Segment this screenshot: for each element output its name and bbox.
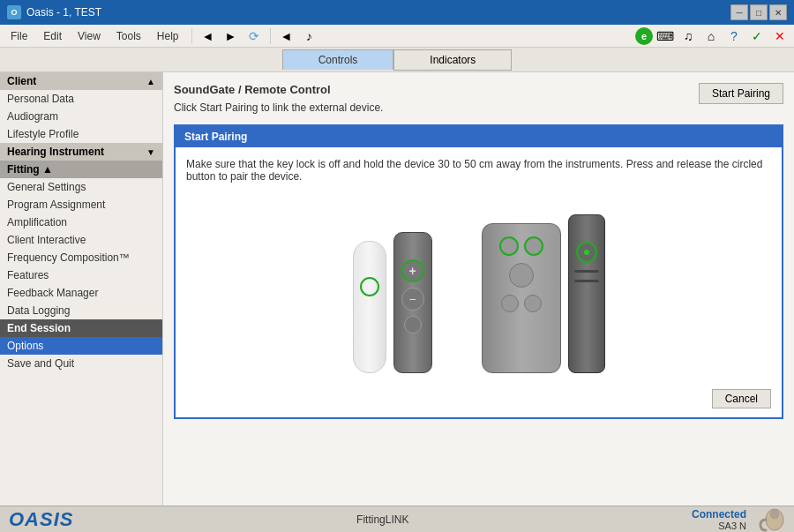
device-label: SA3 N (692, 521, 746, 531)
sidebar-item-amplification[interactable]: Amplification (0, 214, 162, 231)
app-icon: O (7, 5, 21, 19)
hearing-arrow-icon: ▼ (146, 147, 155, 157)
fitting-section-header: Fitting ▲ (0, 161, 162, 178)
page-subtitle: Click Start Pairing to link the external… (174, 101, 783, 114)
dialog-footer: Cancel (176, 384, 782, 417)
white-remote-body (353, 241, 386, 373)
toolbar-separator2 (270, 28, 271, 44)
minimize-button[interactable]: ─ (730, 4, 748, 20)
sidebar-item-client-interactive[interactable]: Client Interactive (0, 231, 162, 249)
nav-back-button[interactable]: ◄ (198, 26, 219, 46)
toolbar-separator (191, 28, 192, 44)
help-button[interactable]: ? (723, 26, 745, 46)
back-button2[interactable]: ◄ (276, 26, 297, 46)
hearing-aid-icon (753, 507, 785, 532)
large-right-line2 (574, 280, 599, 282)
start-pairing-button[interactable]: Start Pairing (699, 83, 783, 104)
sidebar-item-options[interactable]: Options (0, 337, 162, 355)
sidebar-item-program-assignment[interactable]: Program Assignment (0, 196, 162, 214)
white-remote-circle-button (360, 277, 379, 296)
maximize-button[interactable]: □ (750, 4, 768, 20)
oasis-logo: OASIS (9, 508, 73, 531)
window-title: Oasis - 1, TEST (26, 6, 101, 19)
sidebar: Client ▲ Personal Data Audiogram Lifesty… (0, 72, 163, 506)
large-left-top-btn2 (524, 236, 543, 256)
menu-edit[interactable]: Edit (36, 28, 69, 44)
device-large-left (482, 223, 561, 373)
home-button[interactable]: ⌂ (700, 26, 722, 46)
device-dark-remote: + − (393, 232, 432, 373)
client-arrow-icon: ▲ (146, 77, 155, 86)
sidebar-item-lifestyle[interactable]: Lifestyle Profile (0, 125, 162, 143)
tab-controls[interactable]: Controls (282, 49, 394, 70)
dark-remote-minus-button: − (401, 288, 424, 311)
cancel-button[interactable]: Cancel (712, 389, 771, 408)
large-left-bottom-btn1 (501, 295, 519, 312)
connected-label: Connected (692, 508, 746, 521)
window-controls[interactable]: ─ □ ✕ (730, 4, 787, 20)
sidebar-item-personal-data[interactable]: Personal Data (0, 90, 162, 108)
sidebar-item-data-logging[interactable]: Data Logging (0, 302, 162, 319)
sidebar-item-frequency[interactable]: Frequency Composition™ (0, 249, 162, 266)
connection-status: Connected SA3 N (692, 507, 785, 532)
device-white-remote (353, 241, 386, 373)
toolbar-right: e ⌨ ♫ ⌂ ? ✓ ✕ (635, 26, 790, 46)
content-area: SoundGate / Remote Control Click Start P… (163, 72, 794, 506)
x-button[interactable]: ✕ (769, 26, 790, 46)
fitting-link-label: FittingLINK (356, 513, 408, 526)
device-large-right (568, 214, 605, 373)
large-left-top-btn1 (499, 236, 519, 256)
connection-indicator: e (635, 27, 653, 45)
status-bar: OASIS FittingLINK Connected SA3 N (0, 506, 794, 532)
dark-remote-plus-button: + (401, 259, 424, 282)
page-title: SoundGate / Remote Control (174, 83, 783, 96)
menu-help[interactable]: Help (150, 28, 186, 44)
client-section-header[interactable]: Client ▲ (0, 72, 162, 90)
large-right-top-button (576, 242, 597, 263)
sidebar-item-audiogram[interactable]: Audiogram (0, 108, 162, 125)
dark-remote-body: + − (393, 232, 432, 373)
keyboard-button[interactable]: ⌨ (655, 26, 676, 46)
sidebar-item-features[interactable]: Features (0, 266, 162, 284)
menu-file[interactable]: File (4, 28, 34, 44)
dialog-message: Make sure that the key lock is off and h… (186, 158, 771, 183)
sidebar-item-save-quit[interactable]: Save and Quit (0, 355, 162, 372)
large-left-mid-btn (509, 263, 534, 288)
dark-remote-circle-button (404, 316, 422, 333)
check-button[interactable]: ✓ (746, 26, 768, 46)
large-right-body (568, 214, 605, 373)
menu-view[interactable]: View (71, 28, 108, 44)
tab-bar: Controls Indicators (0, 48, 794, 72)
sidebar-item-feedback[interactable]: Feedback Manager (0, 284, 162, 302)
start-pairing-dialog: Start Pairing Make sure that the key loc… (174, 124, 783, 419)
tab-indicators[interactable]: Indicators (393, 49, 512, 71)
large-left-bottom-row (501, 295, 542, 312)
menu-tools[interactable]: Tools (109, 28, 148, 44)
end-session-header: End Session (0, 319, 162, 337)
sidebar-item-general-settings[interactable]: General Settings (0, 178, 162, 196)
devices-illustration: + − (186, 197, 771, 373)
hearing-section-header[interactable]: Hearing Instrument ▼ (0, 143, 162, 161)
dialog-title: Start Pairing (176, 126, 782, 147)
fitting-arrow-icon: ▲ (42, 163, 53, 176)
close-button[interactable]: ✕ (769, 4, 787, 20)
large-right-line1 (574, 270, 599, 273)
audio-button[interactable]: ♪ (299, 26, 320, 46)
large-left-top-row (499, 236, 543, 256)
large-left-bottom-btn2 (524, 295, 542, 312)
large-right-dot (584, 250, 589, 255)
refresh-button[interactable]: ⟳ (243, 26, 265, 46)
title-bar: O Oasis - 1, TEST ─ □ ✕ (0, 0, 794, 25)
music-button[interactable]: ♫ (678, 26, 699, 46)
nav-forward-button[interactable]: ► (221, 26, 242, 46)
large-left-body (482, 223, 561, 373)
menu-bar: File Edit View Tools Help ◄ ► ⟳ ◄ ♪ e ⌨ … (0, 25, 794, 48)
main-layout: Client ▲ Personal Data Audiogram Lifesty… (0, 72, 794, 506)
dialog-body: Make sure that the key lock is off and h… (176, 147, 782, 384)
svg-point-1 (770, 510, 779, 519)
